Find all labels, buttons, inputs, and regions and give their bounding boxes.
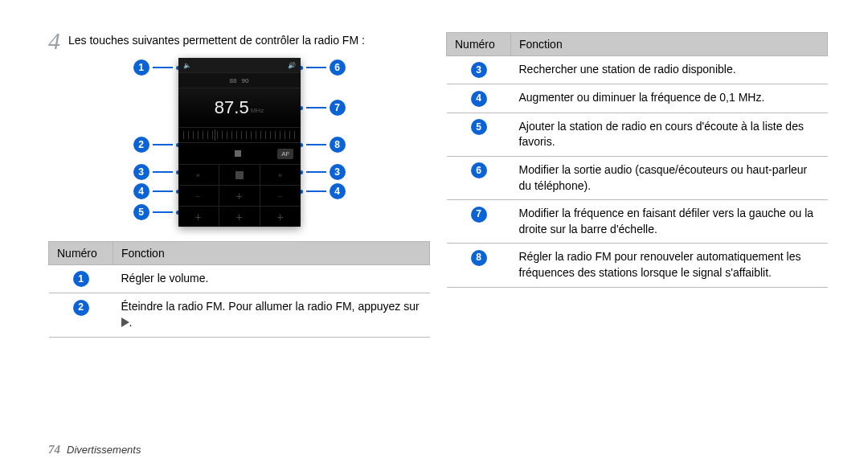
callouts-left: 1 2 3 4 5	[133, 58, 178, 227]
radio-figure: 1 2 3 4 5 6 7 8 3 4 🔈 🔊	[48, 58, 430, 227]
table-head-number: Numéro	[447, 33, 511, 56]
seek-left-icon: «	[178, 165, 219, 185]
table-row: 2 Éteindre la radio FM. Pour allumer la …	[49, 293, 430, 337]
radio-fav-row: + + +	[178, 206, 301, 227]
section-title: Divertissements	[67, 444, 141, 456]
plus-mid-icon: +	[219, 186, 260, 206]
af-button: AF	[277, 149, 293, 159]
plus-fav-left: +	[178, 207, 219, 227]
stop-icon	[235, 150, 241, 157]
table-row: 7 Modifier la fréquence en faisant défil…	[447, 200, 828, 244]
frequency-value: 87.5	[215, 97, 249, 118]
table-head-number: Numéro	[49, 242, 113, 265]
play-icon	[121, 317, 129, 327]
callout-5: 5	[133, 204, 149, 220]
row-fn-suffix: .	[129, 316, 133, 329]
frequency-unit: MHz	[251, 107, 264, 114]
table-row: 5 Ajouter la station de radio en cours d…	[447, 113, 828, 156]
radio-seek-row: « »	[178, 164, 301, 185]
row-fn: Régler le volume.	[113, 265, 430, 293]
row-num: 7	[471, 207, 487, 223]
row-num: 2	[73, 300, 89, 316]
table-row: 6 Modifier la sortie audio (casque/écout…	[447, 157, 828, 200]
callout-7: 7	[330, 100, 346, 116]
row-num: 4	[471, 91, 487, 107]
row-num: 6	[471, 162, 487, 178]
minus-left-icon: −	[178, 186, 219, 206]
row-num: 3	[471, 62, 487, 78]
row-fn: Rechercher une station de radio disponib…	[511, 56, 828, 84]
radio-frequency-display: 87.5 MHz	[178, 88, 301, 127]
radio-stop-af-row: AF	[178, 143, 301, 164]
speaker-icon: 🔊	[288, 62, 296, 69]
page-number: 74	[48, 443, 60, 457]
row-fn: Régler la radio FM pour renouveler autom…	[511, 244, 828, 287]
callout-2: 2	[133, 137, 149, 153]
row-num: 8	[471, 250, 487, 266]
preset-1: 88	[230, 77, 237, 84]
radio-top-bar: 🔈 🔊	[178, 58, 301, 72]
step-text: Les touches suivantes permettent de cont…	[68, 32, 365, 53]
right-column: Numéro Fonction 3 Rechercher une station…	[446, 32, 828, 338]
function-table-right: Numéro Fonction 3 Rechercher une station…	[446, 32, 828, 288]
plus-fav-mid: +	[219, 207, 260, 227]
callout-1: 1	[133, 59, 149, 76]
radio-tune-row: − + −	[178, 185, 301, 206]
table-head-function: Fonction	[511, 33, 828, 56]
callout-3-right: 3	[330, 164, 346, 180]
table-row: 4 Augmenter ou diminuer la fréquence de …	[447, 84, 828, 113]
plus-fav-right: +	[260, 207, 301, 227]
radio-device: 🔈 🔊 88 90 87.5 MHz AF	[178, 58, 301, 227]
callouts-right: 6 7 8 3 4	[301, 58, 346, 227]
table-row: 1 Régler le volume.	[49, 265, 430, 293]
row-fn: Ajouter la station de radio en cours d'é…	[511, 113, 828, 156]
volume-icon: 🔈	[183, 62, 191, 69]
seek-right-icon: »	[260, 165, 301, 185]
svg-rect-0	[235, 171, 244, 179]
seek-center-icon	[219, 165, 260, 185]
left-column: 4 Les touches suivantes permettent de co…	[48, 32, 430, 338]
row-fn: Modifier la fréquence en faisant défiler…	[511, 200, 828, 244]
page: 4 Les touches suivantes permettent de co…	[0, 0, 868, 370]
table-row: 8 Régler la radio FM pour renouveler aut…	[447, 244, 828, 287]
preset-2: 90	[242, 77, 249, 84]
table-head-function: Fonction	[113, 242, 430, 265]
callout-4-left: 4	[133, 183, 149, 199]
minus-right-icon: −	[260, 186, 301, 206]
callout-4-right: 4	[330, 183, 346, 199]
row-fn: Augmenter ou diminuer la fréquence de 0,…	[511, 84, 828, 113]
radio-scale	[178, 127, 301, 143]
callout-6: 6	[330, 59, 346, 76]
table-row: 3 Rechercher une station de radio dispon…	[447, 56, 828, 84]
callout-8: 8	[330, 137, 346, 153]
radio-presets: 88 90	[178, 72, 301, 88]
row-fn-prefix: Éteindre la radio FM. Pour allumer la ra…	[121, 300, 420, 313]
row-fn: Modifier la sortie audio (casque/écouteu…	[511, 157, 828, 200]
row-fn: Éteindre la radio FM. Pour allumer la ra…	[113, 293, 430, 337]
step-4: 4 Les touches suivantes permettent de co…	[48, 32, 430, 53]
callout-3-left: 3	[133, 164, 149, 180]
function-table-left: Numéro Fonction 1 Régler le volume. 2 Ét…	[48, 241, 430, 338]
row-num: 1	[73, 271, 89, 287]
page-footer: 74 Divertissements	[48, 443, 141, 457]
step-number: 4	[48, 29, 60, 53]
row-num: 5	[471, 119, 487, 135]
